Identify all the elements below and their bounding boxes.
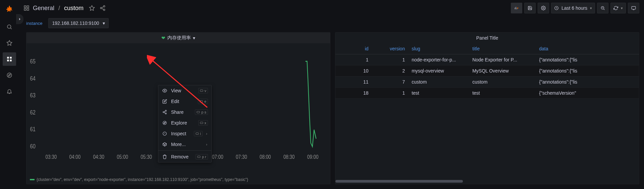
cell-data: {"annotations":{"lis	[536, 65, 639, 77]
svg-rect-2	[10, 57, 12, 58]
heart-icon: ❤	[161, 35, 165, 41]
ctx-edit[interactable]: Edit e	[158, 96, 211, 107]
chart-body[interactable]: 60 61 62 63 64 65 03:30 04:00 04:30 05:0…	[26, 43, 330, 184]
cell-title: Node Exporter for P...	[469, 54, 536, 65]
svg-text:65: 65	[30, 58, 36, 65]
svg-rect-43	[200, 122, 203, 124]
chart-panel-title: 内存使用率	[167, 35, 191, 41]
dashboards-icon[interactable]	[3, 52, 16, 66]
col-data[interactable]: data	[536, 43, 639, 54]
breadcrumb-separator: /	[58, 5, 61, 12]
refresh-button[interactable]: ▾	[610, 3, 626, 13]
scrollbar-thumb[interactable]	[335, 180, 463, 183]
kbd-shortcut: v	[198, 88, 208, 93]
svg-point-13	[543, 7, 544, 9]
cell-id: 11	[335, 77, 372, 88]
table-row[interactable]: 181testtest{"schemaVersion"	[335, 88, 639, 99]
dashboard-settings-button[interactable]	[538, 3, 549, 13]
grafana-logo-icon[interactable]	[4, 4, 15, 15]
zoom-out-button[interactable]	[597, 3, 608, 13]
panel-area: ❤ 内存使用率 ▾ 60 61 62 63 64 65 03:30 04:00 …	[26, 32, 639, 184]
ctx-view[interactable]: View v	[158, 85, 211, 96]
breadcrumb-folder[interactable]: General	[33, 5, 54, 12]
chevron-down-icon: ▾	[103, 20, 105, 26]
starred-icon[interactable]	[3, 36, 16, 50]
ctx-inspect-label: Inspect	[171, 131, 186, 136]
chart-legend[interactable]: {cluster="dev", env="dev", export="node-…	[30, 177, 248, 182]
cell-slug: mysql-overview	[408, 65, 469, 77]
kbd-shortcut: p s	[195, 109, 208, 115]
svg-rect-3	[7, 60, 9, 61]
col-title[interactable]: title	[469, 43, 536, 54]
legend-text: {cluster="dev", env="dev", export="node-…	[37, 177, 248, 182]
ctx-edit-label: Edit	[171, 99, 179, 104]
svg-rect-9	[27, 9, 29, 10]
table-panel-header[interactable]: Panel Title	[335, 33, 639, 43]
table-header-row: id version slug title data	[335, 43, 639, 54]
time-picker-button[interactable]: Last 6 hours ▾	[551, 3, 595, 13]
data-table: id version slug title data 11node-export…	[335, 43, 639, 99]
alerting-icon[interactable]	[3, 85, 16, 98]
variable-row: instance 192.168.182.110:9100 ▾	[23, 18, 109, 28]
ctx-explore-label: Explore	[171, 120, 187, 126]
svg-rect-16	[632, 6, 636, 9]
cell-id: 1	[335, 54, 372, 65]
table-panel: Panel Title id version slug title data 1…	[335, 32, 639, 184]
cell-version: 7	[372, 77, 409, 88]
svg-point-38	[165, 110, 167, 111]
ctx-remove[interactable]: Remove p r	[158, 151, 211, 162]
svg-rect-37	[200, 101, 203, 102]
cell-title: custom	[469, 77, 536, 88]
table-h-scrollbar[interactable]	[335, 180, 639, 183]
share-dashboard-icon[interactable]	[100, 5, 106, 11]
breadcrumb-dashboard[interactable]: custom	[64, 5, 84, 12]
svg-text:62: 62	[30, 109, 36, 116]
ctx-view-label: View	[171, 88, 181, 93]
svg-text:07:00: 07:00	[212, 154, 223, 160]
svg-point-40	[165, 113, 167, 114]
cell-slug: node-exporter-for-p...	[408, 54, 469, 65]
svg-point-42	[163, 121, 167, 125]
add-panel-button[interactable]	[511, 3, 522, 13]
ctx-explore[interactable]: Explore x	[158, 117, 211, 128]
col-version[interactable]: version	[372, 43, 409, 54]
ctx-share[interactable]: Share p s	[158, 107, 211, 117]
svg-rect-41	[197, 111, 200, 113]
cycle-view-button[interactable]	[628, 3, 639, 13]
cell-id: 18	[335, 88, 372, 99]
svg-text:07:30: 07:30	[236, 154, 247, 160]
chart-panel-header[interactable]: ❤ 内存使用率 ▾	[26, 33, 330, 43]
svg-text:03:30: 03:30	[46, 154, 57, 160]
table-row[interactable]: 117customcustom{"annotations":{"lis	[335, 77, 639, 88]
svg-rect-45	[196, 133, 198, 135]
svg-rect-36	[200, 90, 203, 92]
save-dashboard-button[interactable]	[524, 3, 536, 13]
svg-rect-7	[27, 6, 29, 7]
time-picker-label: Last 6 hours	[561, 5, 587, 11]
col-id[interactable]: id	[335, 43, 372, 54]
col-slug[interactable]: slug	[408, 43, 469, 54]
search-icon[interactable]	[3, 20, 16, 34]
table-row[interactable]: 11node-exporter-for-p...Node Exporter fo…	[335, 54, 639, 65]
svg-rect-1	[7, 57, 9, 58]
svg-text:63: 63	[30, 92, 36, 99]
kbd-shortcut: i	[194, 131, 203, 136]
star-dashboard-icon[interactable]	[89, 5, 95, 11]
svg-text:60: 60	[30, 143, 36, 150]
svg-point-35	[164, 90, 165, 91]
table-row[interactable]: 102mysql-overviewMySQL Overview{"annotat…	[335, 65, 639, 77]
legend-swatch	[30, 179, 35, 180]
cell-data: {"schemaVersion"	[536, 88, 639, 99]
ctx-remove-label: Remove	[171, 154, 189, 159]
table-body: id version slug title data 11node-export…	[335, 43, 639, 184]
explore-icon[interactable]	[3, 68, 16, 82]
variable-select[interactable]: 192.168.182.110:9100 ▾	[48, 18, 108, 28]
chevron-down-icon: ▾	[193, 35, 195, 41]
svg-text:08:00: 08:00	[260, 154, 271, 160]
svg-text:05:30: 05:30	[141, 154, 152, 160]
dashboards-breadcrumb-icon[interactable]	[23, 5, 30, 11]
ctx-inspect[interactable]: Inspect i ›	[158, 128, 211, 139]
svg-text:09:00: 09:00	[307, 154, 319, 160]
kbd-shortcut: x	[198, 120, 208, 126]
ctx-more[interactable]: More... ›	[158, 139, 211, 150]
